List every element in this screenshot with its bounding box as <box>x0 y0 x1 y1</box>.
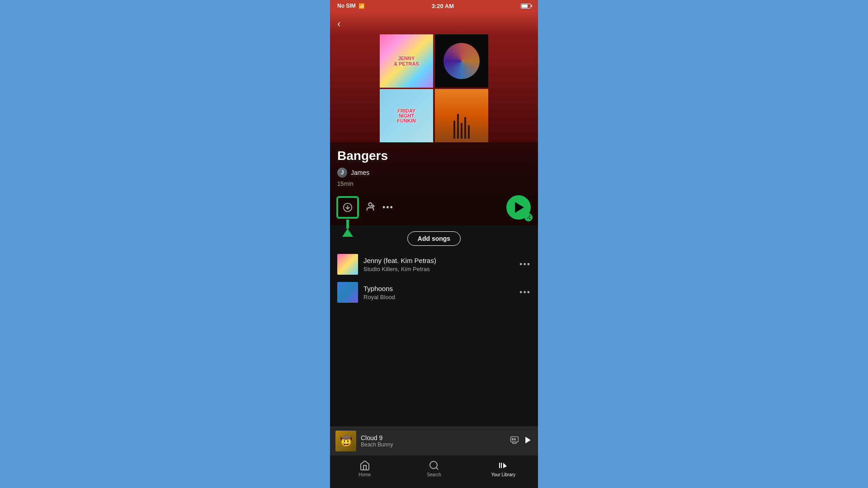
content-area: Add songs Jenny (feat. Kim Petras) Studi… <box>330 225 538 427</box>
track-title: Jenny (feat. Kim Petras) <box>363 257 514 264</box>
svg-point-2 <box>368 202 372 206</box>
green-arrow-annotation <box>342 220 353 237</box>
svg-rect-8 <box>513 442 516 443</box>
play-icon-small <box>524 436 533 445</box>
wifi-icon: 📶 <box>359 3 365 9</box>
connect-icon-svg <box>510 436 519 445</box>
album-art-grid: JENNY& PETRAS FRIDAYNIGHTFUNKIN <box>380 34 488 142</box>
now-playing-title: Cloud 9 <box>361 434 505 441</box>
now-playing-play-button[interactable] <box>524 436 533 447</box>
track-item: Typhoons Royal Blood ••• <box>330 278 538 306</box>
home-nav-label: Home <box>359 472 371 477</box>
svg-marker-11 <box>525 436 531 443</box>
jenny-thumbnail <box>337 254 358 275</box>
tree-1 <box>453 121 455 139</box>
cowboy-emoji: 🤠 <box>340 435 352 447</box>
arrow-shaft <box>346 220 349 229</box>
track-info-jenny: Jenny (feat. Kim Petras) Studio Killers,… <box>363 257 514 272</box>
playlist-author-row: J James <box>337 168 531 178</box>
library-nav-label: Your Library <box>491 472 516 477</box>
svg-rect-10 <box>514 438 515 441</box>
arrow-head <box>342 229 353 237</box>
add-songs-container: Add songs <box>330 225 538 250</box>
track-title: Typhoons <box>363 285 514 292</box>
time-display: 3:20 AM <box>432 3 454 9</box>
track-more-options-jenny[interactable]: ••• <box>519 260 531 269</box>
now-playing-artwork: 🤠 <box>335 431 356 451</box>
tree-2 <box>457 114 459 139</box>
svg-line-13 <box>436 468 438 469</box>
bottom-nav: Home Search Your Library <box>330 455 538 488</box>
track-item: Jenny (feat. Kim Petras) Studio Killers,… <box>330 250 538 278</box>
svg-rect-9 <box>512 438 513 441</box>
svg-point-12 <box>430 461 437 469</box>
back-button[interactable]: ‹ <box>337 18 340 30</box>
fnf-art-text: FRIDAYNIGHTFUNKIN <box>397 108 416 123</box>
controls-row: ••• <box>330 195 538 225</box>
phone-container: No SIM 📶 3:20 AM ‹ JENNY& PETRAS FRIDAYN… <box>330 0 538 488</box>
track-more-options-typhoons[interactable]: ••• <box>519 288 531 297</box>
search-nav-label: Search <box>427 472 441 477</box>
track-art-jenny <box>337 254 358 275</box>
desert-trees <box>453 114 470 139</box>
home-icon <box>359 460 370 471</box>
status-right <box>521 4 531 9</box>
track-artist: Royal Blood <box>363 294 514 300</box>
download-button-wrapper <box>337 197 358 218</box>
nav-item-search[interactable]: Search <box>399 458 468 479</box>
tree-5 <box>468 125 470 139</box>
add-songs-button[interactable]: Add songs <box>407 231 461 246</box>
now-playing-controls <box>510 436 533 447</box>
tree-3 <box>461 123 462 139</box>
tree-4 <box>464 117 466 139</box>
status-bar: No SIM 📶 3:20 AM <box>330 0 538 12</box>
album-art-royal-blood <box>435 34 488 88</box>
add-friend-icon <box>365 202 375 211</box>
playlist-duration: 15min <box>337 180 531 187</box>
author-avatar: J <box>337 168 347 178</box>
now-playing-bar[interactable]: 🤠 Cloud 9 Beach Bunny <box>330 427 538 455</box>
download-button[interactable] <box>337 197 358 218</box>
album-grid-section: JENNY& PETRAS FRIDAYNIGHTFUNKIN <box>330 34 538 142</box>
now-playing-artist: Beach Bunny <box>361 441 505 448</box>
battery-icon <box>521 4 531 9</box>
track-art-typhoons <box>337 282 358 303</box>
track-info-typhoons: Typhoons Royal Blood <box>363 285 514 300</box>
track-artist: Studio Killers, Kim Petras <box>363 266 514 272</box>
play-button[interactable] <box>506 195 531 220</box>
author-name: James <box>351 169 369 176</box>
play-icon <box>515 202 524 213</box>
add-friend-button[interactable] <box>365 202 375 214</box>
album-art-fnf: FRIDAYNIGHTFUNKIN <box>380 89 433 142</box>
jenny-art-text: JENNY& PETRAS <box>394 56 419 66</box>
nav-item-library[interactable]: Your Library <box>469 458 538 479</box>
shuffle-icon <box>526 215 531 220</box>
status-left: No SIM 📶 <box>337 3 365 9</box>
header: ‹ <box>330 12 538 34</box>
no-sim-text: No SIM <box>337 3 356 9</box>
playlist-info: Bangers J James 15min <box>330 142 538 195</box>
playlist-title: Bangers <box>337 149 531 163</box>
nav-item-home[interactable]: Home <box>330 458 399 479</box>
typhoons-thumbnail <box>337 282 358 303</box>
search-icon <box>429 460 439 471</box>
album-art-desert <box>435 89 488 142</box>
shuffle-badge <box>524 213 533 221</box>
battery-fill <box>522 5 528 8</box>
device-connect-icon[interactable] <box>510 436 519 446</box>
library-icon <box>498 460 509 471</box>
now-playing-info: Cloud 9 Beach Bunny <box>361 434 505 448</box>
download-icon <box>343 202 353 212</box>
royal-blood-disc <box>443 43 480 79</box>
album-art-jenny: JENNY& PETRAS <box>380 34 433 88</box>
more-options-button[interactable]: ••• <box>382 203 394 212</box>
